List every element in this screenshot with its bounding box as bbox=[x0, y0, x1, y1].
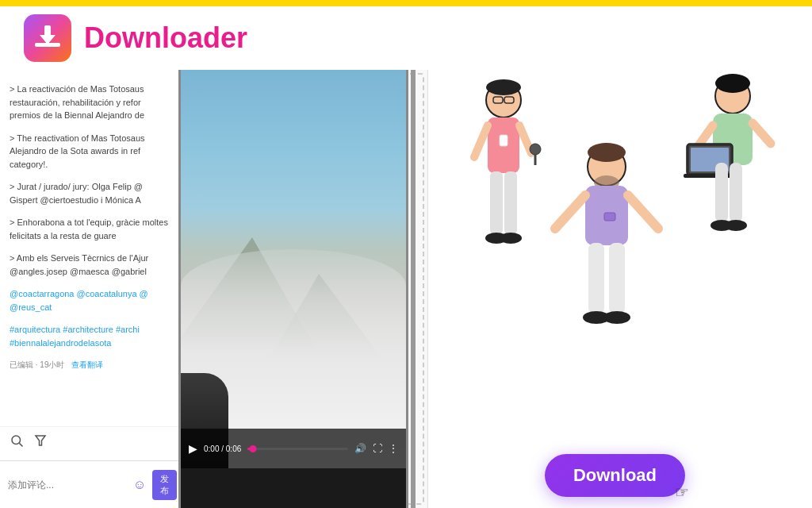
comment-bar: ☺ 发布 Download bbox=[0, 460, 182, 508]
post-text-2: > The reactivation of Mas Totosaus Aleja… bbox=[10, 132, 173, 171]
svg-point-31 bbox=[603, 311, 630, 324]
svg-rect-25 bbox=[604, 213, 615, 221]
svg-point-34 bbox=[725, 76, 741, 84]
resize-handle[interactable] bbox=[411, 70, 416, 508]
video-controls: ▶ 0:00 / 0:06 🔊 ⛶ ⋮ bbox=[181, 429, 406, 468]
svg-rect-29 bbox=[609, 243, 625, 314]
svg-point-7 bbox=[486, 79, 521, 95]
video-container: ▶ 0:00 / 0:06 🔊 ⛶ ⋮ bbox=[178, 70, 408, 508]
app-title: Downloader bbox=[84, 21, 247, 55]
app-header: Downloader bbox=[0, 6, 812, 70]
svg-rect-42 bbox=[715, 163, 728, 222]
post-text-3: > Jurat / jurado/ jury: Olga Felip @ Gis… bbox=[10, 180, 173, 206]
svg-point-20 bbox=[500, 233, 522, 244]
svg-rect-41 bbox=[684, 174, 736, 178]
svg-point-23 bbox=[588, 143, 626, 162]
svg-rect-12 bbox=[500, 135, 508, 146]
svg-line-4 bbox=[19, 443, 22, 446]
post-text-6: @coactarragona @coacatalunya @ @reus_cat bbox=[10, 287, 173, 314]
time-display: 0:00 / 0:06 bbox=[204, 444, 241, 453]
svg-rect-43 bbox=[730, 163, 742, 222]
post-text-1: > La reactivación de Mas Totosaus restau… bbox=[10, 83, 173, 122]
left-panel: > La reactivación de Mas Totosaus restau… bbox=[0, 70, 428, 508]
search-icon[interactable] bbox=[10, 433, 24, 448]
video-screen bbox=[181, 70, 406, 468]
post-actions-bar bbox=[0, 426, 182, 454]
progress-bar[interactable] bbox=[247, 448, 348, 450]
top-accent-bar bbox=[0, 0, 812, 6]
svg-rect-18 bbox=[504, 171, 517, 235]
download-logo-icon bbox=[33, 24, 62, 52]
post-comment-button[interactable]: 发布 bbox=[152, 470, 177, 500]
post-area: > La reactivación de Mas Totosaus restau… bbox=[0, 70, 182, 460]
svg-rect-28 bbox=[588, 243, 604, 314]
view-translation-link[interactable]: 查看翻译 bbox=[71, 360, 103, 369]
post-text-5: > Amb els Serveis Tècrnics de l'Ajur @an… bbox=[10, 252, 173, 278]
svg-line-37 bbox=[753, 123, 771, 144]
emoji-icon[interactable]: ☺ bbox=[133, 478, 146, 492]
svg-marker-5 bbox=[36, 436, 45, 445]
svg-point-45 bbox=[725, 220, 747, 231]
svg-point-3 bbox=[12, 436, 21, 444]
svg-line-27 bbox=[628, 195, 658, 229]
volume-button[interactable]: 🔊 bbox=[354, 443, 366, 454]
progress-dot bbox=[249, 445, 256, 452]
post-text-7: #arquitectura #architecture #archi #bien… bbox=[10, 323, 173, 349]
post-timestamp: 已编辑 · 19小时 查看翻译 bbox=[10, 359, 173, 371]
filter-icon[interactable] bbox=[33, 433, 48, 448]
download-main-button[interactable]: Download bbox=[545, 454, 685, 497]
svg-line-26 bbox=[555, 195, 585, 229]
more-options-button[interactable]: ⋮ bbox=[389, 443, 398, 454]
fullscreen-button[interactable]: ⛶ bbox=[373, 443, 382, 454]
play-button[interactable]: ▶ bbox=[189, 442, 197, 455]
video-bottom-bar bbox=[181, 468, 406, 508]
svg-rect-17 bbox=[490, 171, 503, 235]
illustration-area bbox=[428, 70, 812, 508]
right-panel: Download ☞ bbox=[428, 70, 812, 508]
person3-figure bbox=[669, 74, 796, 312]
download-main-label: Download bbox=[573, 465, 657, 486]
app-logo bbox=[24, 14, 71, 62]
post-text-4: > Enhorabona a tot l'equip, gràcie molte… bbox=[10, 216, 173, 242]
cursor-icon: ☞ bbox=[675, 483, 689, 502]
person2-figure bbox=[539, 141, 674, 403]
main-content: > La reactivación de Mas Totosaus restau… bbox=[0, 70, 812, 508]
svg-line-13 bbox=[474, 125, 488, 157]
comment-input[interactable] bbox=[8, 479, 127, 491]
